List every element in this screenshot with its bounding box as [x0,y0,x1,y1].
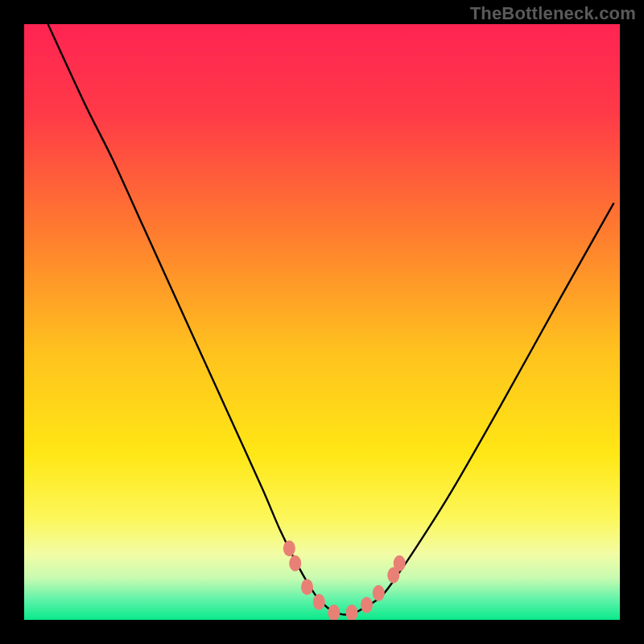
trough-marker [289,555,301,572]
watermark-text: TheBottleneck.com [470,3,636,24]
trough-marker [301,579,313,595]
trough-marker [346,605,358,621]
trough-marker [328,605,340,621]
plot-background [24,24,620,620]
trough-marker [394,555,406,572]
trough-marker [373,585,385,601]
chart-canvas: TheBottleneck.com [0,0,644,644]
chart-svg [0,0,644,644]
trough-marker [283,540,295,556]
trough-marker [361,597,373,613]
trough-marker [313,594,325,610]
